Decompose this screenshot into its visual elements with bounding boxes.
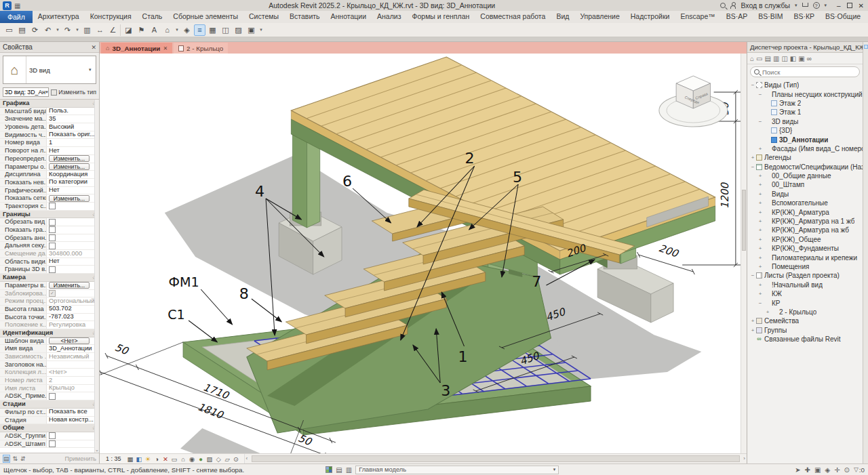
property-value[interactable]: Новая констр...	[47, 417, 99, 424]
tree-expander-icon[interactable]: +	[757, 227, 764, 233]
qat-customize-icon[interactable]: ▾	[258, 24, 264, 36]
property-value[interactable]	[47, 226, 99, 234]
property-value[interactable]: Изменить...	[47, 282, 99, 289]
analytical-model-icon[interactable]: ▧	[205, 455, 214, 463]
property-value[interactable]: Изменить...	[47, 155, 99, 163]
property-value[interactable]	[47, 203, 99, 210]
property-value[interactable]: Изменить...	[47, 194, 99, 202]
reveal-hidden-view-icon[interactable]: ⊙	[232, 455, 241, 463]
selection-filter-icon[interactable]: ▽:0	[854, 466, 865, 474]
drawing-canvas[interactable]: 50 1200 200 200 450 450 50 1710 1810 50	[100, 54, 747, 453]
browser-tree-item[interactable]: − КР	[747, 298, 863, 307]
measure-icon[interactable]: ↔	[94, 24, 106, 36]
select-links-icon[interactable]: ➤	[795, 466, 800, 474]
property-value[interactable]	[47, 361, 99, 369]
worksharing-display-icon[interactable]: ◇	[214, 455, 223, 463]
browser-tree-item[interactable]: + Группы	[747, 326, 863, 335]
tree-expander-icon[interactable]: +	[757, 236, 764, 243]
sort-default-icon[interactable]: ▤	[3, 455, 10, 463]
text-icon[interactable]: A	[149, 24, 160, 36]
restore-button[interactable]	[847, 3, 852, 8]
ribbon-tab[interactable]: Архитектура	[33, 11, 85, 23]
tree-expander-icon[interactable]: +	[749, 327, 756, 333]
tree-expander-icon[interactable]: +	[757, 218, 764, 224]
browser-tree-item[interactable]: + КР(КЖ)_Общее	[747, 235, 863, 244]
redo-icon[interactable]: ↷	[62, 24, 73, 36]
canvas-vertical-scrollbar[interactable]	[741, 54, 747, 453]
unlocked-view-icon[interactable]: ⌂	[179, 455, 188, 463]
tree-expander-icon[interactable]: +	[757, 173, 764, 179]
browser-tree-item[interactable]: Связанные файлы Revit	[747, 335, 863, 344]
browser-sheets-icon[interactable]: ▤	[765, 55, 771, 62]
right-panel-strip[interactable]	[863, 42, 868, 463]
hide-elements-icon[interactable]: ◫	[220, 24, 231, 36]
browser-tree-item[interactable]: + Семейства	[747, 316, 863, 325]
viewcube[interactable]: Спереди Справа	[659, 76, 728, 127]
property-value[interactable]: <Нет>	[47, 337, 99, 345]
property-value[interactable]	[47, 392, 99, 400]
browser-search-input[interactable]	[762, 68, 837, 76]
property-value[interactable]: Польз.	[47, 108, 99, 115]
browser-tree-item[interactable]: − Листы (Раздел проекта)	[747, 271, 863, 280]
reveal-constraints-icon[interactable]: ●	[197, 455, 205, 463]
property-value[interactable]	[47, 266, 99, 273]
view-tab-3d-annotations[interactable]: ⌂ 3D_Аннотации ✕	[101, 43, 172, 54]
thin-lines-icon[interactable]: ≡	[194, 24, 205, 36]
property-value[interactable]: Регулировка	[47, 321, 99, 329]
property-value[interactable]: 2	[47, 377, 99, 384]
property-value[interactable]: Высокий	[47, 123, 99, 131]
browser-tree-item[interactable]: + !Начальный вид	[747, 281, 863, 289]
property-value[interactable]: 1	[47, 139, 99, 146]
section-icon[interactable]: ◪	[120, 24, 134, 36]
properties-close-icon[interactable]: ✕	[91, 44, 96, 51]
tree-expander-icon[interactable]: −	[757, 300, 764, 306]
tree-expander-icon[interactable]: +	[757, 209, 764, 215]
tree-expander-icon[interactable]: −	[749, 272, 756, 278]
undo-icon[interactable]: ↶	[42, 24, 54, 36]
tree-expander-icon[interactable]: +	[757, 245, 764, 251]
sign-in-caret-icon[interactable]: ▾	[795, 3, 797, 8]
instance-selector[interactable]: 3D вид: 3D_Ан ▾	[3, 87, 49, 97]
tree-expander-icon[interactable]: −	[749, 82, 756, 88]
browser-tree-item[interactable]: + 00_Штамп	[747, 180, 863, 189]
tree-expander-icon[interactable]: +	[757, 191, 764, 197]
ribbon-tab[interactable]: Вставить	[284, 11, 326, 23]
property-value[interactable]: 503.702	[47, 306, 99, 313]
browser-tree-item[interactable]: + КР(КЖ)_Арматура на жб	[747, 226, 863, 234]
type-selector-caret-icon[interactable]: ▾	[89, 56, 96, 83]
ribbon-tab[interactable]: Системы	[243, 11, 284, 23]
revit-logo-icon[interactable]: R	[3, 1, 12, 10]
property-value[interactable]: По категории	[47, 179, 99, 186]
property-value[interactable]: 3D_Аннотации	[47, 345, 99, 352]
tree-expander-icon[interactable]: −	[757, 119, 764, 125]
file-tab[interactable]: Файл	[0, 11, 33, 23]
help-caret-icon[interactable]: ▾	[825, 3, 827, 8]
tree-expander-icon[interactable]: +	[749, 318, 756, 324]
tag-icon[interactable]: ⚑	[136, 24, 147, 36]
design-options-icon[interactable]: ▤	[336, 466, 342, 474]
ribbon-tab[interactable]: BS·Общие	[820, 11, 866, 23]
browser-tree-item[interactable]: 3D_Аннотации	[747, 135, 863, 144]
browser-tree-item[interactable]: + КР(КЖ)_Фундаменты	[747, 244, 863, 253]
tree-expander-icon[interactable]: +	[749, 154, 756, 161]
browser-search-box[interactable]	[750, 66, 860, 77]
tree-expander-icon[interactable]: −	[749, 164, 756, 170]
ribbon-tab[interactable]: Надстройки	[625, 11, 675, 23]
property-value[interactable]: -787.023	[47, 314, 99, 321]
drag-on-selection-icon[interactable]: ✛	[834, 466, 840, 474]
view-dropdown-icon[interactable]: ▾	[174, 24, 180, 36]
ribbon-tab[interactable]: Сборные элементы	[167, 11, 243, 23]
crop-off-icon[interactable]: ✕	[161, 455, 170, 463]
browser-tree-item[interactable]: {3D}	[747, 126, 863, 135]
select-pinned-icon[interactable]: ▣	[814, 466, 821, 474]
property-value[interactable]: Изменить...	[47, 163, 99, 171]
search-icon[interactable]	[720, 3, 726, 8]
ribbon-tab[interactable]: Совместная работа	[475, 11, 551, 23]
render-icon[interactable]: ◈	[181, 24, 193, 36]
property-value[interactable]: Нет	[47, 187, 99, 194]
browser-tree-item[interactable]: + Фасады (Имя вида_С номером листа)	[747, 144, 863, 153]
browser-collapse-icon[interactable]: ▣	[798, 55, 804, 62]
store-icon[interactable]	[802, 3, 808, 7]
account-icon[interactable]	[730, 5, 736, 9]
shadows-icon[interactable]: ◑	[153, 455, 161, 463]
